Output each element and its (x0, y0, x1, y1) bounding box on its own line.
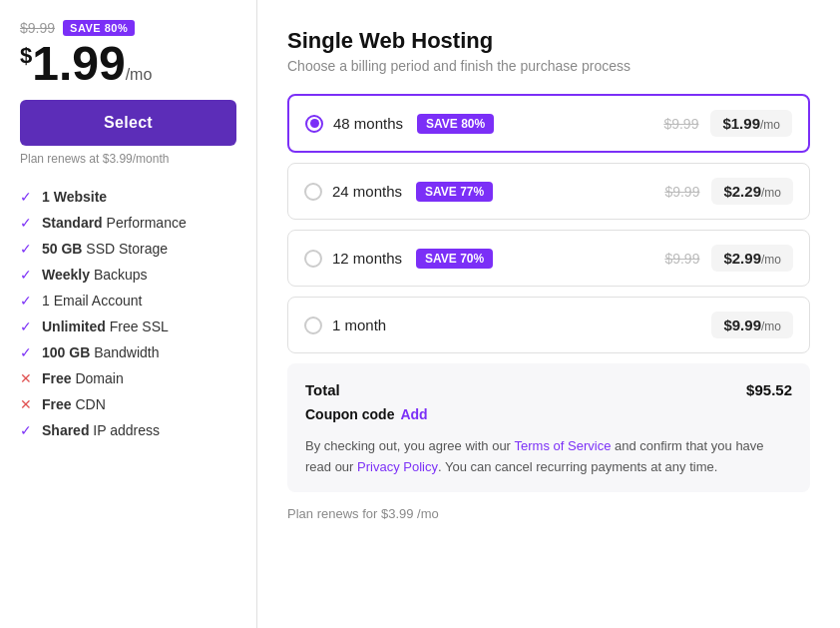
period-1m: /mo (761, 319, 781, 333)
old-price-24m: $9.99 (664, 184, 699, 200)
save-pill-48m: SAVE 80% (417, 114, 494, 134)
coupon-add-button[interactable]: Add (400, 406, 427, 422)
coupon-row: Coupon code Add (305, 406, 792, 422)
check-icon: ✓ (20, 241, 34, 257)
billing-right-48m: $9.99 $1.99/mo (663, 110, 792, 137)
period-48m: /mo (760, 118, 780, 132)
list-item: ✓100 GB Bandwidth (20, 339, 236, 365)
renew-bottom: Plan renews for $3.99 /mo (287, 506, 810, 521)
save-pill-12m: SAVE 70% (416, 249, 493, 269)
billing-left: 48 months SAVE 80% (305, 114, 494, 134)
feature-text: Standard Performance (42, 215, 187, 231)
list-item: ✓50 GB SSD Storage (20, 236, 236, 262)
check-icon: ✓ (20, 422, 34, 438)
period-24m: /mo (761, 186, 781, 200)
terms-end: . You can cancel recurring payments at a… (438, 459, 717, 474)
total-section: Total $95.52 Coupon code Add By checking… (287, 363, 810, 492)
billing-label-1m: 1 month (332, 316, 386, 333)
save-pill-24m: SAVE 77% (416, 182, 493, 202)
total-label: Total (305, 381, 340, 398)
current-price: $1.99/mo (20, 40, 236, 88)
billing-label-24m: 24 months (332, 183, 402, 200)
price-amount: 1.99 (32, 37, 125, 90)
feature-text: 1 Email Account (42, 293, 142, 309)
list-item: ✓Weekly Backups (20, 262, 236, 288)
list-item: ✓Unlimited Free SSL (20, 314, 236, 339)
left-panel: $9.99 SAVE 80% $1.99/mo Select Plan rene… (0, 0, 257, 628)
terms-text: By checking out, you agree with our Term… (305, 436, 792, 478)
billing-label-12m: 12 months (332, 250, 402, 267)
list-item: ✓1 Email Account (20, 288, 236, 314)
check-icon: ✓ (20, 318, 34, 334)
panel-title: Single Web Hosting (287, 28, 810, 54)
feature-text: 100 GB Bandwidth (42, 344, 160, 360)
terms-of-service-link[interactable]: Terms of Service (515, 438, 612, 453)
radio-1m[interactable] (304, 316, 322, 334)
radio-48m[interactable] (305, 115, 323, 133)
price-header: $9.99 SAVE 80% $1.99/mo (20, 20, 236, 88)
list-item: ✕Free CDN (20, 391, 236, 417)
check-icon: ✓ (20, 189, 34, 205)
radio-12m[interactable] (304, 250, 322, 268)
billing-left-24m: 24 months SAVE 77% (304, 182, 493, 202)
feature-text: Free CDN (42, 396, 106, 412)
billing-option-24m[interactable]: 24 months SAVE 77% $9.99 $2.29/mo (287, 163, 810, 220)
privacy-policy-link[interactable]: Privacy Policy (357, 459, 438, 474)
x-icon: ✕ (20, 370, 34, 386)
billing-right-24m: $9.99 $2.29/mo (664, 178, 793, 205)
period-12m: /mo (761, 253, 781, 267)
old-price-48m: $9.99 (663, 116, 698, 132)
list-item: ✓Standard Performance (20, 210, 236, 236)
price-symbol: $ (20, 43, 32, 68)
billing-option-12m[interactable]: 12 months SAVE 70% $9.99 $2.99/mo (287, 230, 810, 287)
list-item: ✓Shared IP address (20, 417, 236, 443)
original-price-row: $9.99 SAVE 80% (20, 20, 236, 36)
feature-text: Unlimited Free SSL (42, 318, 169, 334)
billing-right-1m: $9.99/mo (711, 312, 793, 338)
panel-subtitle: Choose a billing period and finish the p… (287, 58, 810, 74)
billing-right-12m: $9.99 $2.99/mo (664, 245, 793, 272)
check-icon: ✓ (20, 344, 34, 360)
original-price: $9.99 (20, 20, 55, 36)
billing-option-48m[interactable]: 48 months SAVE 80% $9.99 $1.99/mo (287, 94, 810, 153)
radio-24m[interactable] (304, 183, 322, 201)
feature-text: Free Domain (42, 370, 124, 386)
check-icon: ✓ (20, 267, 34, 283)
right-panel: Single Web Hosting Choose a billing peri… (257, 0, 840, 628)
select-button[interactable]: Select (20, 100, 236, 146)
list-item: ✕Free Domain (20, 365, 236, 391)
list-item: ✓1 Website (20, 184, 236, 210)
features-list: ✓1 Website ✓Standard Performance ✓50 GB … (20, 184, 236, 443)
price-period: /mo (126, 66, 153, 83)
billing-left-1m: 1 month (304, 316, 386, 334)
check-icon: ✓ (20, 293, 34, 309)
new-price-12m: $2.99/mo (711, 245, 793, 272)
billing-option-1m[interactable]: 1 month $9.99/mo (287, 297, 810, 353)
feature-text: 1 Website (42, 189, 107, 205)
new-price-48m: $1.99/mo (710, 110, 792, 137)
feature-text: Weekly Backups (42, 267, 148, 283)
new-price-24m: $2.29/mo (711, 178, 793, 205)
total-amount: $95.52 (746, 381, 792, 398)
billing-left-12m: 12 months SAVE 70% (304, 249, 493, 269)
x-icon: ✕ (20, 396, 34, 412)
total-row: Total $95.52 (305, 381, 792, 398)
billing-label-48m: 48 months (333, 115, 403, 132)
coupon-label: Coupon code (305, 406, 394, 422)
save-badge: SAVE 80% (63, 20, 135, 36)
check-icon: ✓ (20, 215, 34, 231)
old-price-12m: $9.99 (664, 251, 699, 267)
terms-prefix: By checking out, you agree with our (305, 438, 515, 453)
new-price-1m: $9.99/mo (711, 312, 793, 338)
left-renew-note: Plan renews at $3.99/month (20, 152, 169, 166)
feature-text: 50 GB SSD Storage (42, 241, 168, 257)
feature-text: Shared IP address (42, 422, 160, 438)
